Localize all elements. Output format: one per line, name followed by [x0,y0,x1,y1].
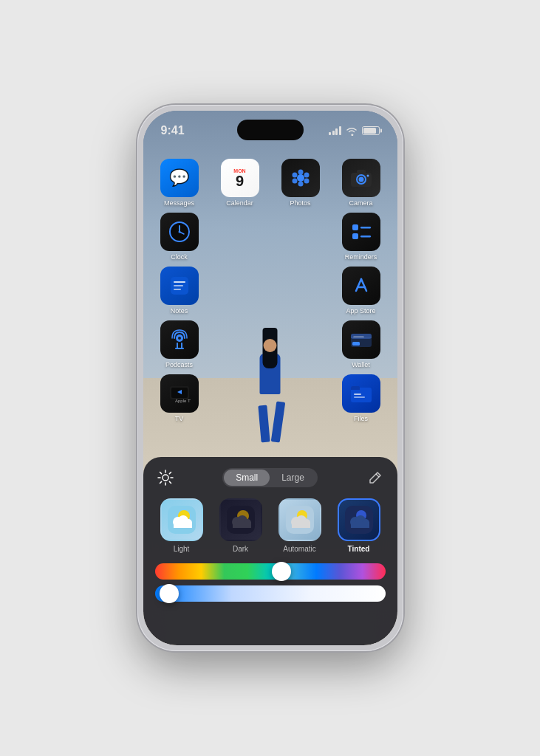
app-row-4: Podcasts [157,320,384,368]
style-label-automatic: Automatic [283,545,315,553]
panel-top-row: Small Large [155,467,386,488]
svg-point-6 [297,174,304,182]
rainbow-slider[interactable] [155,563,386,580]
app-grid: 💬 Messages MON 9 Calendar [143,151,397,436]
style-option-light[interactable]: Light [155,498,208,553]
status-time: 9:41 [161,124,185,137]
phone-device: 9:41 [137,105,403,651]
signal-icon [329,126,341,135]
app-wallet[interactable]: Wallet [338,320,384,368]
style-options: Light [155,498,386,553]
app-wallet-label: Wallet [352,361,370,368]
svg-point-5 [292,173,297,178]
size-large-button[interactable]: Large [270,470,316,486]
app-appstore-label: App Store [346,307,375,315]
status-icons [329,126,380,136]
svg-rect-68 [292,522,310,528]
svg-rect-19 [360,236,371,238]
style-option-automatic[interactable]: Automatic [273,498,327,553]
svg-rect-23 [174,289,181,290]
style-label-tinted: Tinted [348,545,370,553]
app-notes[interactable]: Notes [157,267,202,315]
svg-line-48 [169,472,171,474]
app-camera-label: Camera [349,199,372,207]
style-option-dark[interactable]: Dark [214,498,267,553]
app-row-2: Clock [157,213,384,261]
svg-point-1 [304,173,309,178]
edit-icon[interactable] [365,467,386,488]
style-option-tinted[interactable]: Tinted [332,498,386,553]
brightness-icon[interactable] [155,467,176,488]
svg-line-47 [169,481,171,483]
style-label-light: Light [174,545,190,553]
svg-rect-56 [174,522,192,528]
dynamic-island [237,120,304,140]
svg-point-15 [178,231,180,233]
svg-point-9 [358,177,363,182]
svg-rect-21 [174,281,185,283]
app-files-label: Files [354,415,368,422]
svg-line-49 [160,481,161,483]
app-files[interactable]: Files [338,374,384,422]
app-photos-label: Photos [290,199,310,207]
svg-rect-39 [354,394,361,395]
svg-rect-10 [357,170,366,173]
app-messages-label: Messages [164,199,194,207]
style-icon-tinted [338,498,380,541]
svg-point-26 [178,337,181,340]
style-icon-dark [219,498,262,541]
svg-line-50 [376,474,379,477]
white-slider-thumb[interactable] [160,584,179,603]
svg-rect-40 [354,396,365,398]
color-slider-section [155,563,386,602]
style-label-dark: Dark [233,545,248,553]
app-camera[interactable]: Camera [338,159,384,207]
svg-point-0 [298,170,303,175]
app-row-1: 💬 Messages MON 9 Calendar [157,159,384,207]
app-messages[interactable]: 💬 Messages [157,159,202,207]
app-clock-label: Clock [171,253,188,261]
calendar-date: 9 [236,173,244,188]
svg-rect-17 [352,233,358,239]
svg-rect-22 [174,285,183,286]
app-reminders-label: Reminders [345,253,377,261]
svg-point-3 [298,182,303,187]
svg-rect-18 [360,227,371,229]
svg-rect-34 [352,342,360,346]
app-reminders[interactable]: Reminders [338,213,384,261]
app-podcasts-label: Podcasts [165,361,193,368]
svg-rect-62 [233,522,251,528]
app-photos[interactable]: Photos [278,159,324,207]
style-icon-light [160,498,203,541]
svg-point-4 [292,179,297,184]
style-icon-automatic [278,498,321,541]
app-calendar-label: Calendar [226,199,253,207]
white-slider[interactable] [155,585,386,602]
bottom-panel: Small Large [143,457,397,645]
svg-rect-33 [351,337,372,338]
app-tv[interactable]: Apple TV TV [157,374,202,422]
svg-rect-74 [351,522,369,528]
app-appstore[interactable]: App Store [338,267,384,315]
svg-text:Apple TV: Apple TV [175,399,191,403]
svg-point-11 [366,175,369,177]
phone-screen: 9:41 [143,111,397,645]
svg-point-2 [304,179,309,184]
app-clock[interactable]: Clock [157,213,202,261]
svg-rect-16 [352,224,358,230]
wifi-icon [346,126,358,136]
app-calendar[interactable]: MON 9 Calendar [217,159,263,207]
app-row-3: Notes [157,267,384,315]
size-toggle: Small Large [222,468,318,487]
rainbow-slider-thumb[interactable] [272,562,291,581]
app-notes-label: Notes [171,307,188,315]
app-tv-label: TV [175,415,184,422]
svg-line-46 [160,472,161,474]
size-small-button[interactable]: Small [224,470,270,486]
app-row-5: Apple TV TV [157,374,384,422]
battery-icon [362,126,380,135]
svg-point-41 [163,475,168,481]
app-podcasts[interactable]: Podcasts [157,320,202,368]
